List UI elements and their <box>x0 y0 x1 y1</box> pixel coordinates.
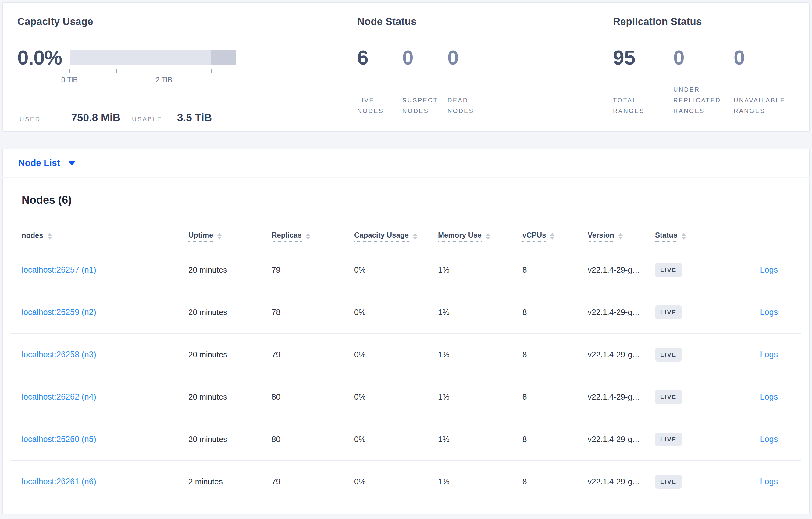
stat-value: 0 <box>447 47 493 68</box>
replicas-cell: 79 <box>271 265 354 275</box>
nodes-table-header-row: nodesUptimeReplicasCapacity UsageMemory … <box>11 224 801 249</box>
node-address-link[interactable]: localhost:26262 (n4) <box>22 392 188 402</box>
sort-icon <box>682 233 686 240</box>
logs-link[interactable]: Logs <box>760 392 778 402</box>
sort-up-arrow <box>682 233 686 236</box>
sort-down-arrow <box>413 237 417 240</box>
stat-label: TOTAL RANGES <box>613 95 669 116</box>
vcpus-cell: 8 <box>522 477 588 486</box>
gauge-tick <box>164 69 164 73</box>
node-list-dropdown[interactable]: Node List <box>18 158 75 168</box>
replicas-cell: 79 <box>271 350 354 359</box>
stat-value: 0 <box>673 47 734 68</box>
replicas-cell: 79 <box>271 477 354 486</box>
version-cell: v22.1.4-29-g… <box>588 435 655 444</box>
column-header-label: Memory Use <box>438 231 482 242</box>
uptime-cell: 20 minutes <box>188 392 271 402</box>
node-address-link[interactable]: localhost:26257 (n1) <box>22 265 188 275</box>
logs-link[interactable]: Logs <box>760 308 778 317</box>
column-header-label: nodes <box>22 231 43 242</box>
node-status-panel: Node Status 6LIVE NODES0SUSPECT NODES0DE… <box>357 16 598 116</box>
capacity-usage-cell: 0% <box>354 392 438 402</box>
vcpus-cell: 8 <box>522 265 588 275</box>
node-address-link[interactable]: localhost:26259 (n2) <box>22 308 188 317</box>
table-row: localhost:26261 (n6)2 minutes790%1%8v22.… <box>11 460 801 503</box>
capacity-usage-cell: 0% <box>354 350 438 359</box>
capacity-usage-cell: 0% <box>354 435 438 444</box>
column-header-version[interactable]: Version <box>588 231 655 242</box>
vcpus-cell: 8 <box>522 350 588 359</box>
used-label: USED <box>20 116 41 123</box>
status-cell: LIVE <box>655 475 731 489</box>
logs-link[interactable]: Logs <box>760 350 778 359</box>
logs-link[interactable]: Logs <box>760 435 778 444</box>
column-header-replicas[interactable]: Replicas <box>271 231 354 242</box>
sort-up-arrow <box>217 233 222 236</box>
capacity-percent-value: 0.0% <box>18 47 70 68</box>
live-status-badge: LIVE <box>655 475 682 489</box>
node-address-link[interactable]: localhost:26258 (n3) <box>22 350 188 359</box>
sort-icon <box>48 233 52 240</box>
live-status-badge: LIVE <box>655 263 682 277</box>
logs-cell: Logs <box>731 265 778 275</box>
table-row: localhost:26262 (n4)20 minutes800%1%8v22… <box>11 376 801 418</box>
capacity-usage-panel: Capacity Usage 0.0% 0 TiB2 TiB USED 750.… <box>18 16 341 124</box>
logs-cell: Logs <box>731 392 778 402</box>
sort-down-arrow <box>550 237 554 240</box>
logs-cell: Logs <box>731 477 778 486</box>
stat-value: 95 <box>613 47 673 68</box>
gauge-tick <box>116 69 117 73</box>
logs-link[interactable]: Logs <box>760 265 778 275</box>
usable-value: 3.5 TiB <box>177 112 212 124</box>
node-address-link[interactable]: localhost:26260 (n5) <box>22 435 188 444</box>
capacity-gauge-used-segment <box>211 50 236 65</box>
sort-up-arrow <box>550 233 554 236</box>
gauge-tick-label: 2 TiB <box>156 75 173 84</box>
live-status-badge: LIVE <box>655 348 682 362</box>
capacity-gauge-bar <box>70 50 236 65</box>
column-header-memory-use[interactable]: Memory Use <box>438 231 522 242</box>
sort-down-arrow <box>486 237 490 240</box>
capacity-usage-cell: 0% <box>354 477 438 486</box>
column-header-label: Uptime <box>188 231 213 242</box>
replicas-cell: 80 <box>271 392 354 402</box>
node-status-stats: 6LIVE NODES0SUSPECT NODES0DEAD NODES <box>357 47 598 116</box>
nodes-table-body: localhost:26257 (n1)20 minutes790%1%8v22… <box>11 249 801 503</box>
column-header-nodes[interactable]: nodes <box>22 231 188 242</box>
replication-status-title: Replication Status <box>613 16 805 27</box>
table-row: localhost:26257 (n1)20 minutes790%1%8v22… <box>11 249 801 291</box>
version-cell: v22.1.4-29-g… <box>588 477 655 486</box>
stat-column: 0SUSPECT NODES <box>402 47 447 116</box>
version-cell: v22.1.4-29-g… <box>588 392 655 402</box>
live-status-badge: LIVE <box>655 305 682 319</box>
uptime-cell: 2 minutes <box>188 477 271 486</box>
live-status-badge: LIVE <box>655 390 682 404</box>
gauge-tick-label: 0 TiB <box>61 75 78 84</box>
status-cell: LIVE <box>655 263 731 277</box>
replication-status-panel: Replication Status 95TOTAL RANGES0UNDER-… <box>613 16 805 116</box>
sort-up-arrow <box>413 233 417 236</box>
live-status-badge: LIVE <box>655 432 682 446</box>
sort-up-arrow <box>486 233 490 236</box>
column-header-capacity-usage[interactable]: Capacity Usage <box>354 231 438 242</box>
logs-link[interactable]: Logs <box>760 477 778 486</box>
column-header-label: vCPUs <box>522 231 546 242</box>
table-row: localhost:26259 (n2)20 minutes780%1%8v22… <box>11 291 801 334</box>
sort-icon <box>306 233 310 240</box>
stat-column: 0UNAVAILABLE RANGES <box>734 47 794 116</box>
vcpus-cell: 8 <box>522 392 588 402</box>
nodes-section-title: Nodes (6) <box>22 194 809 207</box>
sort-up-arrow <box>306 233 310 236</box>
version-cell: v22.1.4-29-g… <box>588 350 655 359</box>
column-header-vcpus[interactable]: vCPUs <box>522 231 588 242</box>
memory-use-cell: 1% <box>438 477 522 486</box>
stat-value: 0 <box>402 47 447 68</box>
column-header-status[interactable]: Status <box>655 231 731 242</box>
memory-use-cell: 1% <box>438 435 522 444</box>
sort-down-arrow <box>306 237 310 240</box>
sort-down-arrow <box>48 237 52 240</box>
memory-use-cell: 1% <box>438 350 522 359</box>
column-header-uptime[interactable]: Uptime <box>188 231 271 242</box>
node-address-link[interactable]: localhost:26261 (n6) <box>22 477 188 486</box>
capacity-usage-title: Capacity Usage <box>18 16 341 27</box>
